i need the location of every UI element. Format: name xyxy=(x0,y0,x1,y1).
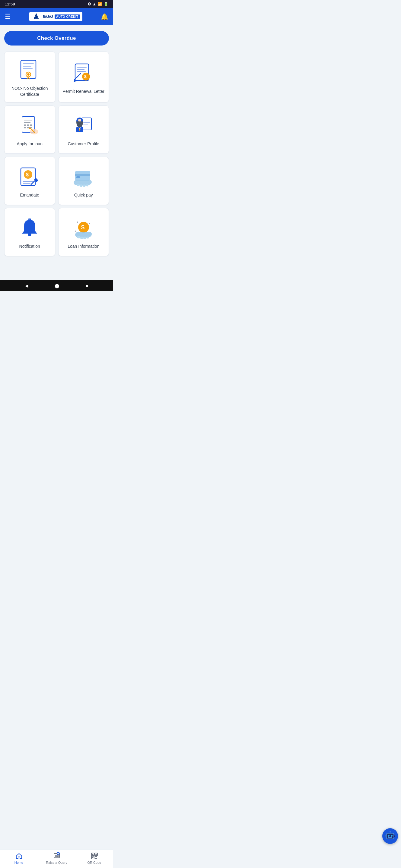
svg-point-50 xyxy=(77,184,80,186)
svg-point-8 xyxy=(27,73,30,76)
quick-pay-icon xyxy=(71,164,96,189)
svg-rect-48 xyxy=(75,174,90,176)
loan-info-icon: $ xyxy=(71,216,96,240)
svg-rect-6 xyxy=(23,68,33,69)
certificate-icon xyxy=(18,58,41,82)
bell-icon[interactable]: 🔔 xyxy=(101,13,108,20)
main-content: Check Overdue NOC- No Objection Certific… xyxy=(0,25,113,280)
emandate-icon: $ xyxy=(18,164,41,189)
home-button[interactable]: ⬤ xyxy=(55,283,59,288)
card-noc[interactable]: NOC- No Objection Certificate xyxy=(4,52,55,102)
card-loan-info[interactable]: $ Loan Information xyxy=(58,208,109,256)
card-permit[interactable]: $ Permit Renewal Letter xyxy=(58,52,109,102)
check-overdue-button[interactable]: Check Overdue xyxy=(4,31,109,45)
svg-rect-49 xyxy=(76,176,80,178)
cards-grid: NOC- No Objection Certificate $ xyxy=(4,52,109,256)
svg-rect-21 xyxy=(24,122,30,123)
logo-box: BAJAJ AUTO CREDIT xyxy=(29,12,82,21)
header: ☰ BAJAJ AUTO CREDIT 🔔 xyxy=(0,8,113,25)
svg-point-53 xyxy=(86,184,88,186)
svg-point-64 xyxy=(86,236,89,239)
card-notification[interactable]: Notification xyxy=(4,208,55,256)
recent-button[interactable]: ■ xyxy=(85,283,88,288)
autocredit-text: AUTO CREDIT xyxy=(55,14,80,19)
svg-text:$: $ xyxy=(81,224,85,230)
svg-point-55 xyxy=(28,232,31,236)
card-quick-pay-label: Quick pay xyxy=(74,192,93,198)
svg-rect-32 xyxy=(83,124,88,124)
svg-rect-31 xyxy=(83,122,90,123)
hamburger-icon[interactable]: ☰ xyxy=(5,13,11,21)
svg-line-44 xyxy=(31,181,35,184)
svg-text:$: $ xyxy=(84,74,87,79)
svg-rect-22 xyxy=(24,124,26,126)
card-notification-label: Notification xyxy=(19,244,40,250)
svg-rect-12 xyxy=(77,67,87,68)
bajaj-logo-icon xyxy=(32,13,41,20)
card-customer-profile-label: Customer Profile xyxy=(68,141,99,147)
svg-rect-4 xyxy=(23,63,34,64)
card-permit-label: Permit Renewal Letter xyxy=(62,89,105,95)
svg-rect-23 xyxy=(27,124,29,126)
svg-rect-43 xyxy=(23,183,30,184)
card-apply-loan-label: Apply for loan xyxy=(17,141,42,147)
signal-icon: 📶 xyxy=(97,2,102,6)
card-quick-pay[interactable]: Quick pay xyxy=(58,157,109,205)
card-noc-label: NOC- No Objection Certificate xyxy=(8,86,51,97)
svg-rect-25 xyxy=(24,127,26,128)
settings-icon: ⚙ xyxy=(87,2,91,6)
svg-rect-24 xyxy=(30,124,32,126)
permit-icon: $ xyxy=(71,61,96,85)
svg-point-34 xyxy=(78,119,81,122)
back-button[interactable]: ◀ xyxy=(25,283,28,288)
svg-text:$: $ xyxy=(26,172,29,177)
customer-profile-icon xyxy=(71,113,96,137)
svg-point-63 xyxy=(83,237,87,239)
card-customer-profile[interactable]: Customer Profile xyxy=(58,105,109,154)
time: 11:58 xyxy=(5,2,15,6)
svg-rect-5 xyxy=(23,66,31,67)
card-loan-info-label: Loan Information xyxy=(67,244,99,250)
battery-icon: 🔋 xyxy=(104,2,108,6)
card-emandate[interactable]: $ Emandate xyxy=(4,157,55,205)
svg-point-52 xyxy=(83,184,86,187)
bajaj-text: BAJAJ xyxy=(42,15,53,19)
notification-icon xyxy=(18,216,41,240)
svg-point-57 xyxy=(89,223,90,224)
wifi-icon: ▲ xyxy=(92,2,96,6)
card-apply-loan[interactable]: Apply for loan xyxy=(4,105,55,154)
svg-point-51 xyxy=(80,184,83,187)
svg-rect-20 xyxy=(24,120,32,121)
apply-loan-icon xyxy=(18,113,41,137)
card-emandate-label: Emandate xyxy=(20,192,39,198)
svg-rect-14 xyxy=(77,71,86,72)
svg-point-56 xyxy=(77,221,78,223)
status-bar: 11:58 ⚙ ▲ 📶 🔋 xyxy=(0,0,113,8)
svg-point-58 xyxy=(75,230,76,232)
svg-rect-42 xyxy=(23,181,33,182)
svg-rect-13 xyxy=(77,69,85,70)
status-icons: ⚙ ▲ 📶 🔋 xyxy=(87,2,108,6)
android-nav: ◀ ⬤ ■ xyxy=(0,280,113,291)
logo-container: BAJAJ AUTO CREDIT xyxy=(29,12,82,21)
